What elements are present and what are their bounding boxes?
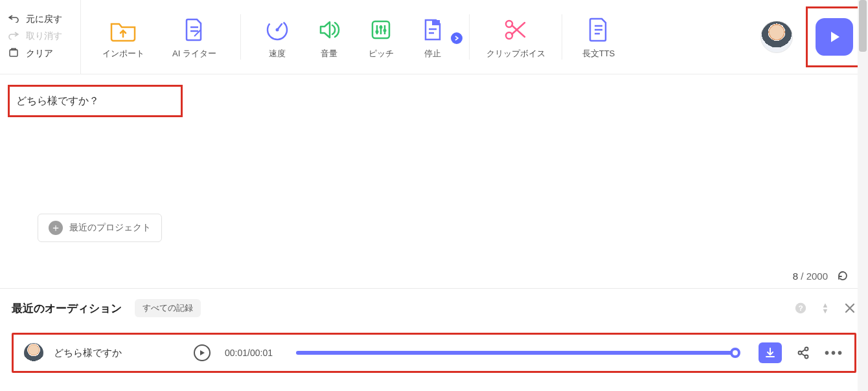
svg-point-9 bbox=[506, 32, 512, 39]
play-highlight-box bbox=[806, 6, 863, 67]
clear-label: クリア bbox=[26, 48, 53, 60]
ai-writer-button[interactable]: AI ライター bbox=[159, 14, 230, 62]
time-current: 00:01 bbox=[225, 348, 247, 358]
svg-point-8 bbox=[506, 21, 512, 27]
recent-projects-button[interactable]: ＋ 最近のプロジェクト bbox=[38, 214, 162, 242]
panel-title: 最近のオーディション bbox=[12, 301, 122, 316]
svg-rect-7 bbox=[432, 20, 440, 25]
scissors-icon bbox=[503, 17, 529, 43]
voice-avatar[interactable] bbox=[760, 21, 793, 53]
share-button[interactable] bbox=[796, 346, 810, 360]
import-label: インポート bbox=[102, 48, 144, 60]
refresh-icon bbox=[837, 270, 849, 282]
recent-projects-label: 最近のプロジェクト bbox=[69, 222, 151, 234]
scrollbar[interactable] bbox=[858, 0, 868, 391]
scrollbar-thumb[interactable] bbox=[859, 0, 867, 52]
clip-voice-label: クリップボイス bbox=[486, 48, 545, 60]
tool-group-audio: 速度 音量 ピッチ 停止 bbox=[245, 0, 465, 74]
plus-circle-icon: ＋ bbox=[49, 221, 63, 235]
character-counter: 8 / 2000 bbox=[793, 270, 849, 282]
undo-icon bbox=[8, 14, 19, 25]
ai-writer-label: AI ライター bbox=[172, 48, 216, 60]
stop-button[interactable]: 停止 bbox=[407, 14, 459, 62]
panel-header: 最近のオーディション すべての記録 ? ▲▼ bbox=[12, 299, 856, 317]
stop-icon bbox=[420, 17, 445, 43]
history-actions: 元に戻す 取り消す クリア bbox=[0, 0, 81, 74]
speed-label: 速度 bbox=[269, 48, 286, 60]
volume-label: 音量 bbox=[321, 48, 337, 60]
help-icon: ? bbox=[794, 301, 807, 315]
clip-voice-button[interactable]: クリップボイス bbox=[480, 14, 551, 62]
chevron-right-icon bbox=[451, 32, 463, 44]
recent-audition-panel: 最近のオーディション すべての記録 ? ▲▼ どちら様ですか 00:01/00:… bbox=[0, 288, 868, 373]
document-lines-icon bbox=[587, 17, 610, 43]
play-button[interactable] bbox=[816, 18, 853, 56]
row-avatar bbox=[24, 343, 43, 363]
stop-label: 停止 bbox=[424, 48, 441, 60]
svg-rect-0 bbox=[10, 50, 17, 56]
row-text: どちら様ですか bbox=[54, 347, 183, 359]
char-current: 8 bbox=[793, 271, 798, 282]
close-icon bbox=[844, 302, 856, 314]
clear-button[interactable]: クリア bbox=[8, 47, 73, 60]
gauge-icon bbox=[265, 17, 290, 43]
svg-point-5 bbox=[380, 26, 383, 29]
row-play-button[interactable] bbox=[194, 344, 211, 361]
import-button[interactable]: インポート bbox=[87, 14, 159, 62]
voice-avatar-slot bbox=[748, 0, 806, 74]
editor-area: どちら様ですか？ ＋ 最近のプロジェクト 8 / 2000 bbox=[0, 74, 868, 288]
svg-point-2 bbox=[276, 28, 279, 32]
more-icon: ••• bbox=[825, 346, 844, 361]
play-icon bbox=[827, 29, 842, 45]
row-actions: ••• bbox=[759, 342, 844, 363]
row-time: 00:01/00:01 bbox=[225, 348, 273, 358]
download-icon bbox=[764, 347, 776, 359]
download-button[interactable] bbox=[759, 342, 782, 363]
equalizer-icon bbox=[369, 17, 393, 43]
undo-label: 元に戻す bbox=[26, 14, 62, 25]
play-icon bbox=[199, 350, 205, 356]
records-filter-button[interactable]: すべての記録 bbox=[135, 299, 201, 317]
pitch-label: ピッチ bbox=[369, 48, 394, 60]
pitch-button[interactable]: ピッチ bbox=[355, 14, 407, 62]
volume-button[interactable]: 音量 bbox=[303, 14, 355, 62]
redo-icon bbox=[8, 30, 19, 42]
sort-button[interactable]: ▲▼ bbox=[819, 302, 832, 315]
tool-group-clip: クリップボイス bbox=[474, 0, 558, 74]
share-icon bbox=[796, 346, 810, 360]
tool-group-file: インポート AI ライター bbox=[81, 0, 236, 74]
progress-handle[interactable] bbox=[730, 348, 740, 358]
char-max: 2000 bbox=[806, 271, 828, 282]
tool-group-tts: 長文TTS bbox=[566, 0, 631, 74]
folder-up-icon bbox=[109, 17, 137, 43]
progress-bar[interactable] bbox=[296, 351, 735, 355]
close-panel-button[interactable] bbox=[843, 302, 856, 315]
document-pencil-icon bbox=[181, 17, 207, 43]
redo-button[interactable]: 取り消す bbox=[8, 30, 73, 42]
help-button[interactable]: ? bbox=[794, 302, 807, 315]
speaker-icon bbox=[317, 17, 341, 43]
toolbar-divider bbox=[469, 14, 470, 60]
svg-point-4 bbox=[376, 30, 379, 34]
char-separator: / bbox=[801, 271, 806, 282]
svg-text:?: ? bbox=[798, 304, 803, 313]
panel-header-actions: ? ▲▼ bbox=[794, 302, 856, 315]
text-input[interactable]: どちら様ですか？ bbox=[8, 85, 183, 117]
long-tts-label: 長文TTS bbox=[582, 48, 615, 60]
long-tts-button[interactable]: 長文TTS bbox=[573, 14, 624, 62]
top-toolbar: 元に戻す 取り消す クリア インポート AI ライター bbox=[0, 0, 868, 74]
toolbar-divider bbox=[562, 14, 562, 60]
toolbar-divider bbox=[240, 14, 241, 60]
speed-button[interactable]: 速度 bbox=[251, 14, 303, 62]
time-total: 00:01 bbox=[250, 348, 273, 358]
undo-button[interactable]: 元に戻す bbox=[8, 14, 73, 25]
more-button[interactable]: ••• bbox=[825, 346, 844, 361]
text-input-content: どちら様ですか？ bbox=[16, 95, 99, 108]
redo-label: 取り消す bbox=[26, 30, 62, 42]
progress-track bbox=[296, 351, 735, 355]
refresh-button[interactable] bbox=[837, 270, 849, 282]
clear-icon bbox=[8, 47, 19, 60]
audition-row: どちら様ですか 00:01/00:01 ••• bbox=[12, 333, 856, 373]
svg-point-6 bbox=[383, 29, 387, 32]
sort-icon: ▲▼ bbox=[822, 302, 829, 314]
